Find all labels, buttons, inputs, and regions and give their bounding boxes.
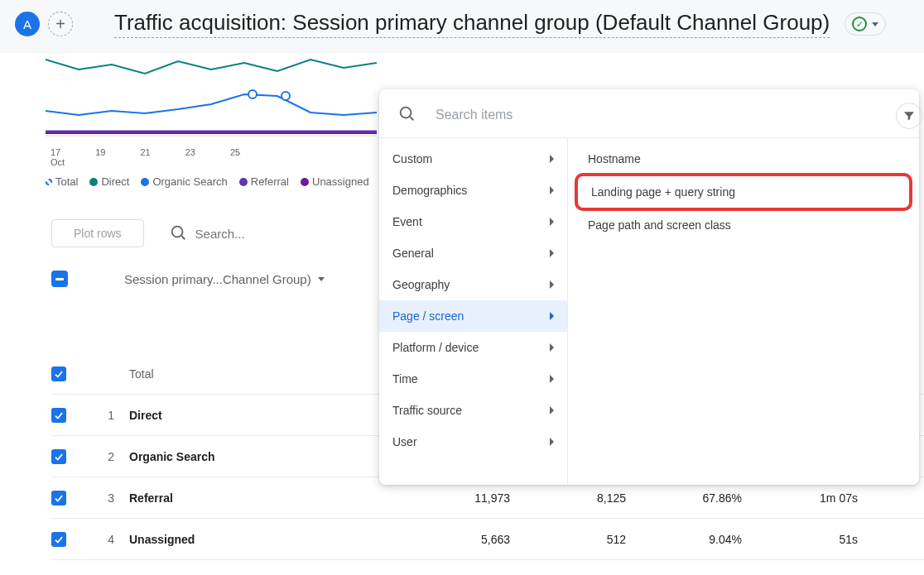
category-label: Demographics (392, 184, 467, 197)
svg-point-1 (248, 90, 257, 98)
status-chip[interactable]: ✓ (845, 12, 886, 36)
subdimension-item[interactable]: Hostname (575, 143, 912, 175)
chevron-right-icon (550, 406, 554, 414)
legend-unassigned[interactable]: Unassigned (301, 175, 369, 188)
row-checkbox[interactable] (51, 449, 66, 464)
category-label: User (392, 435, 417, 448)
chevron-down-icon (872, 22, 878, 26)
category-label: Traffic source (392, 404, 462, 417)
row-label[interactable]: Direct (129, 409, 394, 422)
tick: 25 (230, 147, 240, 157)
legend-total[interactable]: Total (46, 175, 78, 188)
category-label: Platform / device (392, 341, 479, 354)
category-label: Time (392, 372, 418, 386)
subdimension-item[interactable]: Landing page + query string (578, 176, 909, 208)
filter-icon (902, 109, 916, 122)
plot-rows-button[interactable]: Plot rows (51, 219, 144, 247)
category-label: Geography (392, 278, 450, 291)
subitem-column: HostnameLanding page + query stringPage … (568, 138, 919, 485)
select-all-checkbox[interactable] (51, 271, 68, 287)
category-item[interactable]: Traffic source (379, 395, 567, 426)
category-item[interactable]: User (379, 426, 567, 458)
svg-line-4 (181, 236, 185, 239)
dimension-dropdown[interactable]: Session primary...Channel Group) (124, 272, 325, 286)
chevron-right-icon (550, 186, 554, 194)
row-checkbox[interactable] (51, 491, 66, 506)
row-checkbox[interactable] (51, 367, 66, 381)
check-circle-icon: ✓ (852, 17, 867, 31)
chevron-right-icon (550, 218, 554, 226)
table-search[interactable] (169, 223, 328, 244)
indeterminate-icon (55, 278, 64, 280)
svg-point-5 (401, 108, 411, 118)
line-chart-svg (46, 53, 377, 144)
category-item[interactable]: Custom (379, 143, 567, 175)
legend-dot (301, 178, 309, 186)
category-column: CustomDemographicsEventGeneralGeographyP… (379, 138, 568, 485)
chevron-right-icon (550, 312, 554, 320)
search-icon (169, 223, 187, 244)
avatar[interactable]: A (15, 12, 40, 36)
chevron-right-icon (550, 280, 554, 289)
row-label: Total (129, 367, 394, 381)
svg-point-3 (171, 226, 182, 237)
category-item[interactable]: Geography (379, 269, 567, 300)
chevron-right-icon (550, 375, 554, 383)
category-item[interactable]: Time (379, 363, 567, 395)
row-label[interactable]: Unassigned (129, 533, 394, 546)
chevron-right-icon (550, 438, 554, 446)
legend-direct[interactable]: Direct (89, 175, 129, 188)
chevron-down-icon (318, 277, 325, 281)
row-checkbox[interactable] (51, 408, 66, 423)
category-item[interactable]: Demographics (379, 175, 567, 206)
legend-dot (141, 178, 149, 186)
category-item[interactable]: General (379, 237, 567, 269)
legend-referral[interactable]: Referral (239, 175, 289, 188)
row-checkbox[interactable] (51, 532, 66, 547)
search-input[interactable] (195, 227, 328, 241)
table-row: 4 Unassigned 5,663 512 9.04% 51s (51, 519, 924, 560)
svg-line-6 (410, 117, 413, 120)
legend-dot (46, 179, 52, 185)
category-item[interactable]: Event (379, 206, 567, 237)
tick: 17 (51, 147, 60, 157)
dimension-panel: CustomDemographicsEventGeneralGeographyP… (379, 89, 919, 485)
header-bar: A + Traffic acquisition: Session primary… (0, 0, 924, 53)
filter-button[interactable] (896, 103, 922, 129)
category-item[interactable]: Page / screen (379, 300, 567, 332)
row-label[interactable]: Referral (129, 491, 394, 505)
tick: 21 (141, 147, 151, 157)
legend-organic[interactable]: Organic Search (141, 175, 227, 188)
chevron-right-icon (550, 249, 554, 257)
legend-dot (239, 178, 248, 186)
tick: 23 (185, 147, 195, 157)
page-title[interactable]: Traffic acquisition: Session primary cha… (114, 10, 830, 38)
legend-dot (89, 178, 98, 186)
panel-search-row (379, 89, 919, 137)
chevron-right-icon (550, 343, 554, 352)
tick: 19 (95, 147, 105, 157)
category-label: General (392, 247, 434, 260)
panel-search-input[interactable] (436, 108, 901, 122)
search-icon (397, 104, 416, 126)
chevron-right-icon (550, 155, 554, 163)
row-label[interactable]: Organic Search (129, 450, 394, 463)
category-item[interactable]: Platform / device (379, 332, 567, 363)
add-button[interactable]: + (48, 12, 73, 36)
category-label: Page / screen (392, 309, 464, 323)
category-label: Event (392, 215, 422, 228)
category-label: Custom (392, 152, 432, 165)
subdimension-item[interactable]: Page path and screen class (575, 209, 912, 241)
plus-icon: + (55, 15, 65, 34)
svg-point-2 (282, 92, 290, 100)
